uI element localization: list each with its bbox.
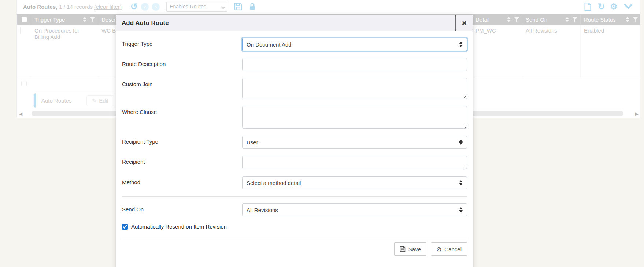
recipient-textarea[interactable] [242, 156, 467, 169]
modal-title: Add Auto Route [116, 15, 455, 31]
field-label: Recipient [122, 156, 242, 169]
add-auto-route-modal: Add Auto Route ✖ Trigger Type On Documen… [116, 15, 473, 267]
field-where-clause: Where Clause [122, 106, 467, 129]
section-divider [122, 196, 467, 197]
trigger-type-select[interactable]: On Document Add [242, 38, 467, 51]
method-select[interactable]: Select a method detail [242, 176, 467, 189]
field-recipient-type: Recipient Type User [122, 136, 467, 149]
field-label: Custom Join [122, 78, 242, 99]
modal-footer: Save ⊘ Cancel [122, 238, 467, 256]
cancel-button[interactable]: ⊘ Cancel [431, 242, 467, 256]
field-route-description: Route Description [122, 58, 467, 71]
resend-checkbox[interactable] [122, 224, 128, 230]
field-send-on: Send On All Revisions [122, 203, 467, 216]
route-description-input[interactable] [242, 58, 467, 71]
where-clause-textarea[interactable] [242, 106, 467, 129]
field-label: Where Clause [122, 106, 242, 129]
field-label: Trigger Type [122, 38, 242, 51]
save-icon [400, 246, 406, 252]
cancel-icon: ⊘ [436, 246, 441, 252]
recipient-type-select[interactable]: User [242, 136, 467, 149]
field-custom-join: Custom Join [122, 78, 467, 99]
resend-checkbox-label[interactable]: Automatically Resend on Item Revision [131, 223, 227, 230]
field-label: Send On [122, 203, 242, 216]
send-on-select[interactable]: All Revisions [242, 203, 467, 216]
field-method: Method Select a method detail [122, 176, 467, 189]
field-recipient: Recipient [122, 156, 467, 169]
close-icon[interactable]: ✖ [455, 15, 473, 31]
modal-header: Add Auto Route ✖ [116, 15, 473, 31]
save-button[interactable]: Save [394, 242, 426, 256]
custom-join-textarea[interactable] [242, 78, 467, 99]
modal-body: Trigger Type On Document Add Route Descr… [116, 31, 473, 256]
field-label: Recipient Type [122, 136, 242, 149]
field-label: Method [122, 176, 242, 189]
field-trigger-type: Trigger Type On Document Add [122, 38, 467, 51]
field-label: Route Description [122, 58, 242, 71]
resend-checkbox-row: Automatically Resend on Item Revision [122, 223, 467, 230]
